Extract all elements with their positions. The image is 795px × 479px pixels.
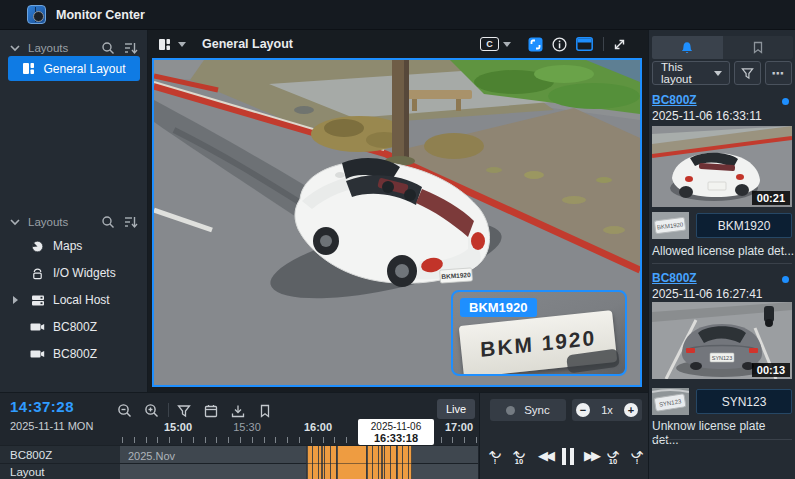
layout-grid-icon <box>22 62 35 75</box>
track-tag: 2025.Nov <box>128 450 175 462</box>
forward-10s-button[interactable]: ↷ 10 <box>602 443 624 469</box>
unread-dot <box>782 98 789 105</box>
corner-focus-icon[interactable] <box>528 37 543 52</box>
sort-icon[interactable] <box>124 215 138 229</box>
sidebar-item-io-widgets[interactable]: I/O Widgets <box>0 264 148 282</box>
event-camera-link[interactable]: BC800Z <box>652 271 697 285</box>
section-title: Layouts <box>28 216 68 228</box>
selected-layout-label: General Layout <box>43 62 125 76</box>
track-layout[interactable] <box>120 463 478 479</box>
right-sidebar: This layout ⋯ BC800Z 2025-11-06 16:33:11 <box>648 30 795 479</box>
arc-back-icon: ↶ <box>489 447 502 458</box>
chevron-down-icon <box>10 218 20 226</box>
pause-button[interactable] <box>558 443 578 469</box>
more-icon: ⋯ <box>772 66 786 81</box>
layouts-section-header[interactable]: Layouts <box>0 39 148 57</box>
track-camera[interactable]: 2025.Nov <box>120 445 478 463</box>
chevron-down-icon[interactable] <box>178 42 186 47</box>
expand-arrow-icon[interactable] <box>13 296 18 304</box>
divider <box>603 37 604 51</box>
sidebar-item-maps[interactable]: Maps <box>0 237 148 255</box>
filter-button[interactable] <box>734 61 761 85</box>
unread-dot <box>782 276 789 283</box>
ruler-tick-label: 17:00 <box>445 421 473 433</box>
playback-controls-panel: Sync − 1x + ↶ ! ↶ 10 ◀◀ ▶▶ ↷ 10 ↷ <box>479 392 648 479</box>
maps-icon <box>31 240 44 253</box>
event-timestamp: 2025-11-06 16:27:41 <box>652 287 763 301</box>
chevron-down-icon[interactable] <box>503 42 511 47</box>
sidebar-item-local-host[interactable]: Local Host <box>0 291 148 309</box>
fullscreen-icon[interactable] <box>613 38 626 51</box>
plate-thumbnail-image: SYN123 <box>652 388 689 415</box>
current-date: 2025-11-11 MON <box>10 420 93 432</box>
rewind-button[interactable]: ◀◀ <box>532 443 558 469</box>
search-icon[interactable] <box>101 41 115 55</box>
camera-icon <box>30 348 45 360</box>
event-thumbnail[interactable]: SYN123 00:13 <box>652 302 792 379</box>
plate-number-box: SYN123 <box>696 389 792 414</box>
event-thumbnail[interactable]: 00:21 <box>652 126 792 207</box>
event-camera-link[interactable]: BC800Z <box>652 93 697 107</box>
next-event-button[interactable]: ↷ ! <box>626 443 648 469</box>
arc-forward-icon: ↷ <box>631 447 644 458</box>
plate-thumbnail[interactable]: BKM1920 <box>652 212 689 239</box>
funnel-icon <box>741 67 754 80</box>
sort-icon[interactable] <box>124 41 138 55</box>
export-button[interactable] <box>229 402 246 419</box>
section-title: Layouts <box>28 42 68 54</box>
bookmark-icon <box>259 404 271 418</box>
video-header: General Layout C <box>148 30 648 58</box>
bookmark-icon <box>752 41 764 54</box>
layout-filter-dropdown[interactable]: This layout <box>652 61 730 85</box>
timeline-filter-button[interactable] <box>175 402 192 419</box>
event-description: Allowed license plate det... <box>652 244 794 258</box>
sidebar-item-camera-1[interactable]: BC800Z <box>0 318 148 336</box>
marker-date: 2025-11-06 <box>358 421 434 432</box>
devices-section-header[interactable]: Layouts <box>0 213 148 231</box>
track-label-camera: BC800Z <box>0 445 120 463</box>
bell-icon <box>680 41 694 55</box>
tab-bookmarks[interactable] <box>723 36 794 59</box>
ruler-tick-label: 15:00 <box>164 421 192 433</box>
download-icon <box>231 404 245 418</box>
rewind-10s-button[interactable]: ↶ 10 <box>508 443 530 469</box>
fast-forward-icon: ▶▶ <box>584 447 598 465</box>
info-icon[interactable] <box>552 37 567 52</box>
camera-video-tile[interactable]: BKM1920 BKM1920 BKM 1920 <box>152 58 642 387</box>
marker-time: 16:33:18 <box>358 432 434 444</box>
zoom-in-button[interactable] <box>143 402 160 419</box>
channel-button[interactable]: C <box>480 37 499 51</box>
tab-alerts[interactable] <box>652 36 723 59</box>
zoom-in-icon <box>144 403 159 418</box>
current-time: 14:37:28 <box>10 398 74 415</box>
divider <box>652 263 792 264</box>
sidebar-item-label: I/O Widgets <box>53 266 116 280</box>
plate-on-car-text: SYN123 <box>712 355 733 361</box>
arc-back-icon: ↶ <box>513 447 526 458</box>
sidebar-item-label: Maps <box>53 239 82 253</box>
speed-increase-button[interactable]: + <box>624 403 638 417</box>
zoom-out-button[interactable] <box>116 402 133 419</box>
live-button[interactable]: Live <box>437 399 475 419</box>
left-sidebar: Layouts General Layout Layouts Maps I/O … <box>0 30 148 392</box>
more-button[interactable]: ⋯ <box>765 61 792 85</box>
sidebar-item-camera-2[interactable]: BC800Z <box>0 345 148 363</box>
bookmark-button[interactable] <box>256 402 273 419</box>
layout-grid-icon[interactable] <box>158 38 171 51</box>
speed-decrease-button[interactable]: − <box>576 403 590 417</box>
event-timestamp: 2025-11-06 16:33:11 <box>652 109 762 123</box>
sync-button[interactable]: Sync <box>490 399 566 421</box>
search-icon[interactable] <box>101 215 115 229</box>
fast-forward-button[interactable]: ▶▶ <box>578 443 604 469</box>
track-label-layout: Layout <box>0 463 120 479</box>
notification-tabs <box>652 36 793 59</box>
calendar-button[interactable] <box>202 402 219 419</box>
sidebar-item-general-layout[interactable]: General Layout <box>8 56 140 81</box>
arc-forward-icon: ↷ <box>607 447 620 458</box>
layout-title: General Layout <box>202 37 293 51</box>
plate-number: SYN123 <box>722 395 767 409</box>
previous-event-button[interactable]: ↶ ! <box>484 443 506 469</box>
panel-toggle-icon[interactable] <box>576 37 593 51</box>
plate-number: BKM1920 <box>718 219 771 233</box>
plate-thumbnail[interactable]: SYN123 <box>652 388 689 415</box>
